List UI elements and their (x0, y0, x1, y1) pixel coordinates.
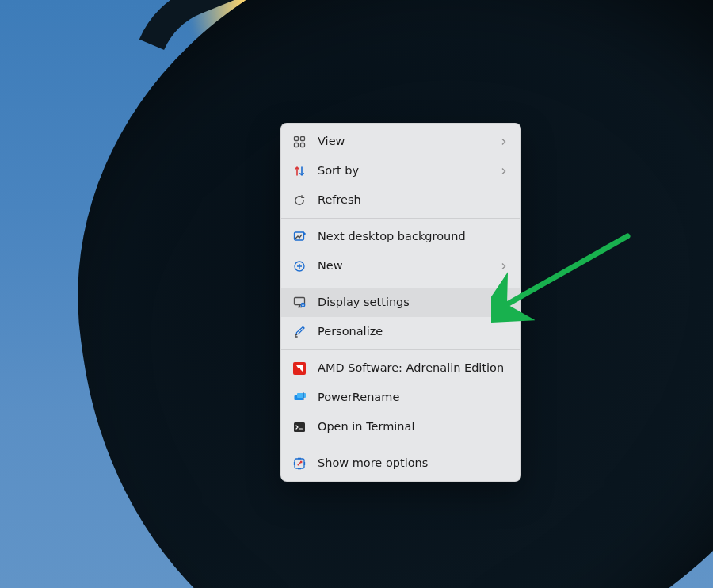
svg-rect-2 (295, 143, 299, 147)
menu-separator (281, 349, 520, 350)
refresh-label: Refresh (318, 194, 508, 206)
new-label: New (318, 260, 489, 272)
sort-by-label: Sort by (318, 165, 489, 177)
chevron-right-icon (500, 138, 508, 146)
more-options-icon (292, 456, 307, 471)
chevron-right-icon (500, 167, 508, 175)
personalize-label: Personalize (318, 326, 508, 338)
svg-rect-12 (294, 422, 305, 432)
sort-icon (292, 164, 307, 178)
menu-separator (281, 218, 520, 219)
view-item[interactable]: View (281, 127, 520, 156)
menu-separator (281, 284, 520, 284)
chevron-right-icon (500, 262, 508, 270)
svg-rect-0 (295, 136, 299, 140)
grid-icon (292, 135, 307, 149)
svg-rect-4 (294, 232, 303, 240)
next-desktop-background-label: Next desktop background (318, 231, 508, 242)
view-label: View (318, 136, 489, 147)
open-in-terminal-label: Open in Terminal (318, 421, 508, 433)
picture-next-icon (292, 230, 307, 244)
desktop-context-menu: View Sort by Refresh (280, 123, 521, 482)
powerrename-item[interactable]: PowerRename (281, 383, 520, 412)
amd-software-label: AMD Software: Adrenalin Edition (318, 362, 508, 374)
powerrename-label: PowerRename (318, 391, 508, 403)
refresh-icon (292, 193, 307, 208)
terminal-icon (292, 420, 307, 434)
amd-icon (292, 361, 307, 376)
display-settings-item[interactable]: Display settings (281, 288, 520, 317)
amd-software-item[interactable]: AMD Software: Adrenalin Edition (281, 353, 520, 383)
next-desktop-background-item[interactable]: Next desktop background (281, 222, 520, 251)
desktop-wallpaper[interactable]: View Sort by Refresh (0, 0, 713, 588)
menu-separator (281, 445, 520, 445)
svg-rect-1 (301, 136, 305, 140)
paintbrush-icon (292, 325, 307, 339)
svg-rect-10 (297, 393, 306, 398)
powerrename-icon (292, 391, 307, 405)
sort-by-item[interactable]: Sort by (281, 156, 520, 185)
personalize-item[interactable]: Personalize (281, 317, 520, 346)
svg-rect-8 (293, 362, 306, 375)
show-more-options-item[interactable]: Show more options (281, 449, 520, 478)
new-item[interactable]: New (281, 251, 520, 281)
display-settings-icon (292, 296, 307, 310)
svg-rect-3 (301, 143, 305, 147)
refresh-item[interactable]: Refresh (281, 185, 520, 215)
plus-circle-icon (292, 259, 307, 273)
display-settings-label: Display settings (318, 296, 508, 308)
svg-rect-11 (303, 392, 303, 400)
show-more-options-label: Show more options (318, 457, 508, 469)
open-in-terminal-item[interactable]: Open in Terminal (281, 412, 520, 441)
